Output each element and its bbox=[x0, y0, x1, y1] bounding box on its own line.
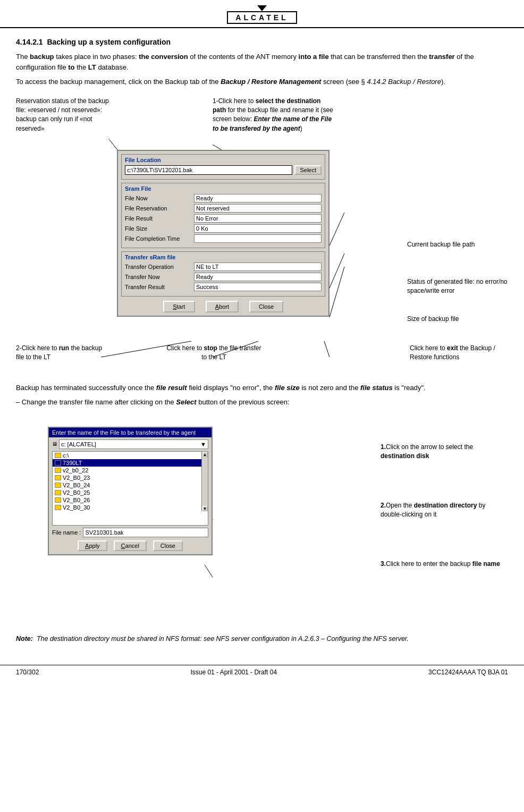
svg-line-4 bbox=[329, 267, 344, 317]
list-item-7390lt[interactable]: 7390LT bbox=[53, 459, 201, 467]
note-text: The destination directory must be shared… bbox=[35, 635, 409, 642]
ui-window-1: File Location c:\7390LT\SV120201.bak Sel… bbox=[117, 150, 329, 317]
folder-icon bbox=[55, 460, 61, 466]
folder-icon bbox=[55, 453, 61, 458]
folder-icon bbox=[55, 475, 61, 480]
annot2-dest-disk: 1.Click on the arrow to select the desti… bbox=[381, 443, 508, 461]
drive-selector: 🖥 c: [ALCATEL] ▼ bbox=[52, 439, 208, 449]
list-item-v2b023[interactable]: V2_B0_23 bbox=[53, 474, 201, 481]
abort-button[interactable]: Abort bbox=[206, 301, 239, 312]
annot-abort: Click here to stop the file transfer to … bbox=[165, 344, 263, 362]
alcatel-logo: ALCATEL bbox=[227, 5, 297, 24]
close-button[interactable]: Close bbox=[249, 301, 283, 312]
file-list: c:\ 7390LT v2_b0_22 V2_B0_23 bbox=[52, 451, 208, 526]
page-content: 4.14.2.1 Backing up a system configurati… bbox=[0, 38, 524, 654]
apply-button[interactable]: Apply bbox=[78, 540, 107, 551]
list-item-v2b026[interactable]: V2_B0_26 bbox=[53, 496, 201, 504]
footer-page: 170/302 bbox=[16, 669, 39, 676]
filename-label: File name : bbox=[52, 529, 81, 536]
folder-icon bbox=[55, 468, 61, 473]
logo-text: ALCATEL bbox=[227, 11, 297, 24]
transfer-operation-label: Transfer Operation bbox=[125, 264, 194, 270]
file-completion-value bbox=[194, 234, 322, 243]
list-item-v2b022[interactable]: v2_b0_22 bbox=[53, 467, 201, 474]
annot-close: Click here to exit the Backup / Restore … bbox=[410, 344, 508, 362]
file-size-label: File Size bbox=[125, 225, 194, 232]
transfer-result-value: Success bbox=[194, 283, 322, 291]
drive-dropdown[interactable]: c: [ALCATEL] ▼ bbox=[59, 439, 208, 449]
transfer-now-label: Transfer Now bbox=[125, 274, 194, 280]
file-location-title: File Location bbox=[125, 157, 322, 163]
file-path-display[interactable]: c:\7390LT\SV120201.bak bbox=[125, 165, 292, 175]
file-result-value: No Error bbox=[194, 214, 322, 223]
annot-right-top: 1-Click here to select the destination p… bbox=[213, 97, 335, 134]
cancel-button[interactable]: Cancel bbox=[114, 540, 147, 551]
transfer-result-label: Transfer Result bbox=[125, 284, 194, 290]
folder-icon bbox=[55, 505, 61, 510]
section-title: 4.14.2.1 Backing up a system configurati… bbox=[16, 38, 508, 46]
change-para: – Change the transfer file name after cl… bbox=[16, 397, 508, 408]
select-button[interactable]: Select bbox=[294, 165, 322, 175]
start-button[interactable]: Start bbox=[163, 301, 195, 312]
file-list-items: c:\ 7390LT v2_b0_22 V2_B0_23 bbox=[53, 452, 201, 511]
file-completion-label: File Completion Time bbox=[125, 235, 194, 242]
file-reservation-label: File Reservation bbox=[125, 205, 194, 212]
footer-ref: 3CC12424AAAA TQ BJA 01 bbox=[428, 669, 508, 676]
annot-current-path: Current backup file path bbox=[407, 240, 508, 249]
list-item-root[interactable]: c:\ bbox=[53, 452, 201, 459]
backup-result-para: Backup has terminated successfully once … bbox=[16, 383, 508, 393]
note-label: Note: bbox=[16, 635, 33, 642]
svg-line-7 bbox=[324, 341, 329, 357]
close-button-2[interactable]: Close bbox=[153, 540, 183, 551]
ui-window-2: Enter the name of the File to be transfe… bbox=[48, 427, 213, 555]
transfer-section: Transfer sRam file Transfer Operation NE… bbox=[121, 251, 325, 297]
annot2-filename: 3.Click here to enter the backup file na… bbox=[381, 560, 508, 569]
dialog-title: Enter the name of the File to be transfe… bbox=[49, 428, 212, 437]
drive-icon: 🖥 bbox=[52, 441, 57, 447]
annot-file-size: Size of backup file bbox=[407, 315, 508, 324]
annot-left-top: Reservation status of the backup file: «… bbox=[16, 97, 114, 134]
file-now-row: File Now Ready bbox=[125, 194, 322, 202]
file-result-row: File Result No Error bbox=[125, 214, 322, 223]
transfer-title: Transfer sRam file bbox=[125, 254, 322, 260]
scrollbar[interactable]: ▲ ▼ bbox=[201, 452, 208, 511]
file-location-row: c:\7390LT\SV120201.bak Select bbox=[125, 165, 322, 175]
transfer-operation-value: NE to LT bbox=[194, 263, 322, 271]
list-item-v2b030[interactable]: V2_B0_30 bbox=[53, 504, 201, 511]
file-now-label: File Now bbox=[125, 195, 194, 201]
annot-start: 2-Click here to run the backup file to t… bbox=[16, 344, 109, 362]
list-item-v2b025[interactable]: V2_B0_25 bbox=[53, 489, 201, 496]
file-size-value: 0 Ko bbox=[194, 224, 322, 233]
annot-file-status: Status of generated file: no error/no sp… bbox=[407, 277, 508, 296]
list-item-v2b024[interactable]: V2_B0_24 bbox=[53, 481, 201, 489]
page-footer: 170/302 Issue 01 - April 2001 - Draft 04… bbox=[0, 665, 524, 679]
file-reservation-row: File Reservation Not reserved bbox=[125, 204, 322, 213]
ui-buttons-row: Start Abort Close bbox=[121, 301, 325, 312]
note-section: Note: The destination directory must be … bbox=[16, 634, 508, 644]
annot2-dest-dir: 2.Open the destination directory by doub… bbox=[381, 501, 508, 520]
file-completion-row: File Completion Time bbox=[125, 234, 322, 243]
paragraph-2: To access the backup management, click o… bbox=[16, 77, 508, 87]
paragraph-1: The backup takes place in two phases: th… bbox=[16, 52, 508, 72]
sram-file-section: Sram File File Now Ready File Reservatio… bbox=[121, 183, 325, 248]
dropdown-arrow-icon: ▼ bbox=[200, 441, 206, 447]
transfer-now-row: Transfer Now Ready bbox=[125, 273, 322, 281]
file-reservation-value: Not reserved bbox=[194, 204, 322, 213]
svg-line-2 bbox=[329, 213, 344, 246]
transfer-result-row: Transfer Result Success bbox=[125, 283, 322, 291]
transfer-now-value: Ready bbox=[194, 273, 322, 281]
dialog-buttons: Apply Cancel Close bbox=[52, 540, 208, 551]
sram-file-title: Sram File bbox=[125, 185, 322, 192]
footer-issue: Issue 01 - April 2001 - Draft 04 bbox=[190, 669, 277, 676]
diagram-2: Enter the name of the File to be transfe… bbox=[16, 416, 508, 623]
folder-icon bbox=[55, 490, 61, 495]
filename-row: File name : SV210301.bak bbox=[52, 528, 208, 537]
file-size-row: File Size 0 Ko bbox=[125, 224, 322, 233]
transfer-operation-row: Transfer Operation NE to LT bbox=[125, 263, 322, 271]
file-result-label: File Result bbox=[125, 215, 194, 222]
page-header: ALCATEL bbox=[0, 0, 524, 28]
file-now-value: Ready bbox=[194, 194, 322, 202]
folder-icon bbox=[55, 483, 61, 488]
file-location-section: File Location c:\7390LT\SV120201.bak Sel… bbox=[121, 154, 325, 180]
filename-input[interactable]: SV210301.bak bbox=[83, 528, 208, 537]
